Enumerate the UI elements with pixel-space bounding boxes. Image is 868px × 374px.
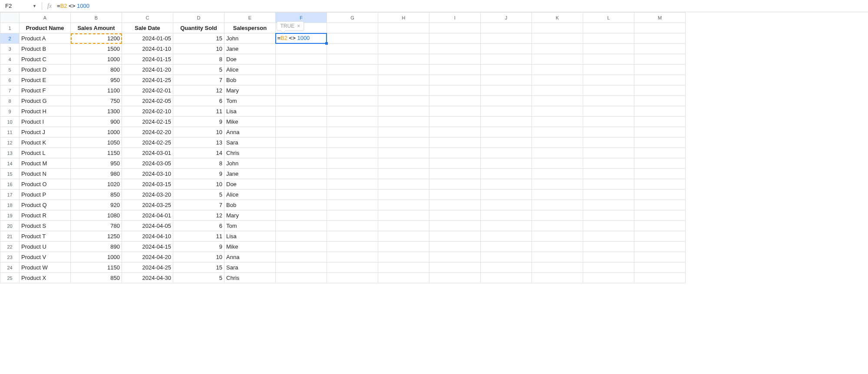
cell-G20[interactable] (327, 221, 378, 231)
cell-D11[interactable]: 10 (173, 127, 224, 138)
cell-E4[interactable]: Doe (224, 54, 276, 65)
column-header-J[interactable]: J (481, 13, 532, 23)
cell-H12[interactable] (378, 138, 429, 148)
cell-C9[interactable]: 2024-02-10 (122, 106, 173, 117)
cell-L7[interactable] (583, 85, 634, 96)
cell-A21[interactable]: Product T (20, 231, 71, 242)
cell-F11[interactable] (276, 127, 327, 138)
cell-L2[interactable] (583, 33, 634, 44)
cell-E14[interactable]: John (224, 158, 276, 169)
cell-I1[interactable] (429, 23, 481, 33)
cell-B10[interactable]: 900 (71, 117, 122, 127)
row-header-10[interactable]: 10 (0, 117, 20, 127)
cell-J19[interactable] (481, 210, 532, 221)
cell-A14[interactable]: Product M (20, 158, 71, 169)
cell-F23[interactable] (276, 252, 327, 262)
cell-B12[interactable]: 1050 (71, 138, 122, 148)
cell-F7[interactable] (276, 85, 327, 96)
cell-J21[interactable] (481, 231, 532, 242)
cell-A20[interactable]: Product S (20, 221, 71, 231)
cell-L16[interactable] (583, 179, 634, 190)
cell-M21[interactable] (634, 231, 686, 242)
cell-G18[interactable] (327, 200, 378, 210)
cell-I14[interactable] (429, 158, 481, 169)
cell-J7[interactable] (481, 85, 532, 96)
row-header-8[interactable]: 8 (0, 96, 20, 106)
cell-H10[interactable] (378, 117, 429, 127)
cell-D6[interactable]: 7 (173, 75, 224, 85)
cell-B18[interactable]: 920 (71, 200, 122, 210)
cell-H19[interactable] (378, 210, 429, 221)
row-header-5[interactable]: 5 (0, 65, 20, 75)
cell-J8[interactable] (481, 96, 532, 106)
cell-A1[interactable]: Product Name (20, 23, 71, 33)
cell-L23[interactable] (583, 252, 634, 262)
column-header-L[interactable]: L (583, 13, 634, 23)
cell-M12[interactable] (634, 138, 686, 148)
cell-A2[interactable]: Product A (20, 33, 71, 44)
cell-J23[interactable] (481, 252, 532, 262)
cell-E24[interactable]: Sara (224, 262, 276, 273)
cell-G21[interactable] (327, 231, 378, 242)
row-header-1[interactable]: 1 (0, 23, 20, 33)
cell-C25[interactable]: 2024-04-30 (122, 273, 173, 283)
row-header-7[interactable]: 7 (0, 85, 20, 96)
cell-K10[interactable] (532, 117, 583, 127)
cell-L5[interactable] (583, 65, 634, 75)
cell-I11[interactable] (429, 127, 481, 138)
cell-F3[interactable] (276, 44, 327, 54)
cell-I6[interactable] (429, 75, 481, 85)
cell-K4[interactable] (532, 54, 583, 65)
cell-J14[interactable] (481, 158, 532, 169)
cell-D15[interactable]: 9 (173, 169, 224, 179)
cell-L4[interactable] (583, 54, 634, 65)
cell-G23[interactable] (327, 252, 378, 262)
cell-M4[interactable] (634, 54, 686, 65)
cell-L22[interactable] (583, 242, 634, 252)
cell-I3[interactable] (429, 44, 481, 54)
cell-C19[interactable]: 2024-04-01 (122, 210, 173, 221)
cell-C23[interactable]: 2024-04-20 (122, 252, 173, 262)
cell-M13[interactable] (634, 148, 686, 158)
cell-H2[interactable] (378, 33, 429, 44)
cell-D1[interactable]: Quantity Sold (173, 23, 224, 33)
cell-J20[interactable] (481, 221, 532, 231)
cell-B16[interactable]: 1020 (71, 179, 122, 190)
cell-D21[interactable]: 11 (173, 231, 224, 242)
row-header-11[interactable]: 11 (0, 127, 20, 138)
cell-I2[interactable] (429, 33, 481, 44)
row-header-2[interactable]: 2 (0, 33, 20, 44)
cell-A11[interactable]: Product J (20, 127, 71, 138)
cell-E5[interactable]: Alice (224, 65, 276, 75)
cell-L9[interactable] (583, 106, 634, 117)
cell-K12[interactable] (532, 138, 583, 148)
cell-L20[interactable] (583, 221, 634, 231)
cell-H6[interactable] (378, 75, 429, 85)
row-header-22[interactable]: 22 (0, 242, 20, 252)
row-header-6[interactable]: 6 (0, 75, 20, 85)
cell-A15[interactable]: Product N (20, 169, 71, 179)
cell-K21[interactable] (532, 231, 583, 242)
cell-E25[interactable]: Chris (224, 273, 276, 283)
cell-L8[interactable] (583, 96, 634, 106)
cell-I15[interactable] (429, 169, 481, 179)
cell-I7[interactable] (429, 85, 481, 96)
cell-H1[interactable] (378, 23, 429, 33)
cell-B15[interactable]: 980 (71, 169, 122, 179)
cell-F10[interactable] (276, 117, 327, 127)
cell-I23[interactable] (429, 252, 481, 262)
cell-G3[interactable] (327, 44, 378, 54)
cell-A8[interactable]: Product G (20, 96, 71, 106)
cell-H8[interactable] (378, 96, 429, 106)
cell-I17[interactable] (429, 190, 481, 200)
cell-H9[interactable] (378, 106, 429, 117)
cell-G8[interactable] (327, 96, 378, 106)
cell-F21[interactable] (276, 231, 327, 242)
cell-B19[interactable]: 1080 (71, 210, 122, 221)
cell-M9[interactable] (634, 106, 686, 117)
cell-K1[interactable] (532, 23, 583, 33)
cell-B4[interactable]: 1000 (71, 54, 122, 65)
cell-D3[interactable]: 10 (173, 44, 224, 54)
cell-I25[interactable] (429, 273, 481, 283)
cell-L19[interactable] (583, 210, 634, 221)
